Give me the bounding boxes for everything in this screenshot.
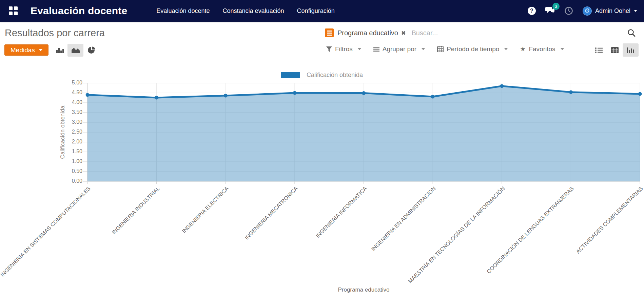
y-axis-tick-label: 0.00: [54, 178, 82, 184]
group-by-facet-icon: [325, 28, 334, 37]
measures-label: Medidas: [11, 46, 35, 54]
x-axis-title: Programa educativo: [87, 287, 640, 293]
activity-clock-icon[interactable]: [564, 6, 573, 15]
list-icon: [595, 47, 603, 53]
bar-chart-mode-button[interactable]: [52, 44, 67, 57]
favorites-label: Favoritos: [529, 45, 555, 53]
time-range-label: Período de tiempo: [447, 45, 499, 53]
facet-label: Programa educativo: [337, 29, 398, 37]
chevron-down-icon: [504, 48, 508, 50]
pie-chart-icon: [87, 46, 96, 54]
y-axis-tick-label: 4.50: [54, 90, 82, 96]
chevron-down-icon: [39, 49, 42, 51]
data-point[interactable]: [431, 95, 435, 99]
chevron-down-icon: [561, 48, 564, 50]
messages-icon[interactable]: 3: [545, 6, 555, 16]
chevron-down-icon: [634, 10, 637, 12]
filter-funnel-icon: [326, 46, 332, 52]
pie-chart-mode-button[interactable]: [83, 44, 99, 57]
data-point[interactable]: [500, 84, 504, 88]
area-chart-icon: [71, 46, 80, 54]
calendar-icon: [437, 46, 444, 52]
chevron-down-icon: [358, 48, 361, 50]
legend-swatch: [281, 72, 300, 78]
search-input[interactable]: Buscar...: [411, 29, 438, 37]
list-view-button[interactable]: [591, 43, 607, 57]
legend-label: Calificación obtenida: [307, 72, 363, 79]
favorites-dropdown[interactable]: ★ Favoritos: [520, 45, 564, 53]
y-axis-tick-label: 2.50: [54, 129, 82, 135]
help-icon[interactable]: ?: [528, 7, 536, 15]
menu-configuracion[interactable]: Configuración: [297, 6, 335, 16]
search-icon[interactable]: [627, 28, 636, 37]
y-axis-tick-label: 2.00: [54, 139, 82, 145]
y-axis-tick-label: 1.00: [54, 158, 82, 164]
graph-view-button[interactable]: [623, 43, 639, 57]
graph-icon: [627, 47, 635, 54]
chevron-down-icon: [422, 48, 425, 50]
line-chart-mode-button[interactable]: [67, 44, 83, 57]
view-switcher: [591, 43, 639, 57]
app-brand[interactable]: Evaluación docente: [31, 5, 127, 17]
menu-evaluacion-docente[interactable]: Evaluación docente: [156, 6, 210, 16]
facet-remove-icon[interactable]: ✖: [401, 30, 406, 36]
y-axis-tick-label: 3.00: [54, 119, 82, 125]
measures-button[interactable]: Medidas: [4, 44, 48, 56]
data-point[interactable]: [638, 92, 642, 96]
unread-count-badge: 3: [552, 3, 560, 10]
y-axis-tick-label: 4.00: [54, 99, 82, 105]
table-grid-icon: [611, 47, 619, 53]
y-axis-tick-label: 1.50: [54, 149, 82, 155]
filters-label: Filtros: [335, 45, 353, 53]
pivot-view-button[interactable]: [607, 43, 623, 57]
data-point[interactable]: [155, 96, 158, 99]
top-navbar: Evaluación docente Evaluación docente Co…: [0, 0, 644, 22]
filters-bar: Filtros Agrupar por Período de tiempo ★: [326, 45, 564, 53]
y-axis-tick-label: 5.00: [54, 80, 82, 86]
data-point[interactable]: [293, 91, 296, 95]
menu-constancia-evaluacion[interactable]: Constancia evaluación: [222, 6, 284, 16]
data-point[interactable]: [224, 94, 228, 98]
group-by-bars-icon: [373, 46, 379, 52]
data-point[interactable]: [362, 91, 366, 95]
user-avatar: G: [583, 6, 592, 16]
group-by-dropdown[interactable]: Agrupar por: [373, 45, 425, 53]
page-title: Resultados por carrera: [5, 27, 105, 39]
bar-chart-icon: [56, 46, 64, 54]
y-axis-tick-label: 0.50: [54, 168, 82, 174]
user-menu[interactable]: G Admin Oohel: [583, 6, 637, 16]
star-icon: ★: [520, 45, 526, 53]
toolbar: Medidas Filt: [0, 44, 644, 64]
y-axis-title: Calificación obtenida: [59, 81, 66, 183]
navbar-right: ? 3 G Admin Oohel: [528, 6, 637, 16]
chart-type-switcher: [52, 44, 99, 57]
search-bar[interactable]: Programa educativo ✖ Buscar...: [325, 28, 438, 37]
data-point[interactable]: [86, 93, 90, 97]
filters-dropdown[interactable]: Filtros: [326, 45, 361, 53]
time-range-dropdown[interactable]: Período de tiempo: [437, 45, 508, 53]
group-by-label: Agrupar por: [383, 45, 416, 53]
apps-menu-icon[interactable]: [9, 6, 18, 15]
area-fill: [87, 86, 640, 181]
control-panel: Resultados por carrera Programa educativ…: [0, 22, 644, 44]
data-point[interactable]: [569, 90, 573, 94]
user-name: Admin Oohel: [595, 7, 630, 15]
chart-legend[interactable]: Calificación obtenida: [0, 72, 644, 79]
top-menu: Evaluación docente Constancia evaluación…: [156, 6, 334, 16]
y-axis-tick-label: 3.50: [54, 109, 82, 115]
